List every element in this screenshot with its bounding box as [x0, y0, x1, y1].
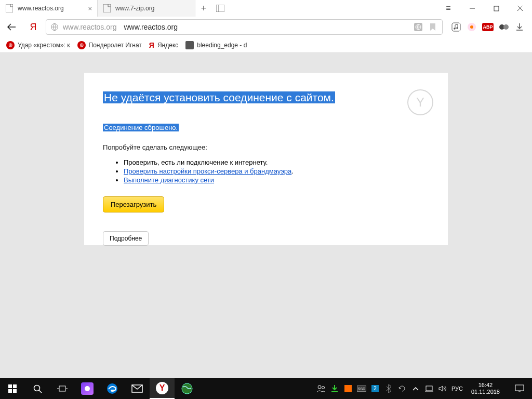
back-button[interactable] [2, 19, 21, 35]
svg-point-24 [34, 385, 39, 391]
bookmark-item[interactable]: bleeding_edge - d [185, 41, 247, 49]
svg-rect-23 [13, 389, 17, 393]
yandex-icon: Я [149, 41, 154, 49]
taskbar-app-yandex-browser[interactable]: Y [150, 378, 175, 399]
window-controls: ≡ [436, 0, 532, 17]
svg-rect-0 [6, 4, 13, 12]
search-button[interactable] [25, 378, 50, 399]
svg-rect-26 [59, 386, 65, 391]
hamburger-icon[interactable]: ≡ [436, 0, 460, 17]
start-button[interactable] [0, 378, 25, 399]
tab-title: www.7-zip.org [115, 5, 190, 12]
bookmarks-bar: ⊕ Удар «крестом»: к ⊕ Пондеролет Игнат Я… [0, 37, 532, 53]
bookmark-label: Яндекс [157, 42, 178, 49]
page-icon [5, 4, 14, 12]
extensions: ABP [446, 22, 530, 32]
error-suggestions: Проверить, есть ли подключение к интерне… [103, 158, 429, 184]
network-diag-link[interactable]: Выполните диагностику сети [124, 176, 214, 184]
svg-point-15 [456, 27, 458, 29]
action-center-button[interactable] [508, 378, 531, 399]
tray-volume-icon[interactable] [438, 384, 447, 393]
svg-rect-13 [452, 23, 460, 31]
translate-icon[interactable] [413, 22, 423, 32]
error-title: Не удаётся установить соединение с сайто… [103, 91, 335, 103]
tray-network-icon[interactable] [424, 384, 434, 393]
error-card: Y Не удаётся установить соединение с сай… [84, 73, 448, 245]
site-security-icon[interactable] [50, 23, 59, 31]
taskbar-app-alice[interactable] [75, 378, 100, 399]
bookmark-label: Удар «крестом»: к [18, 42, 70, 49]
error-try-label: Попробуйте сделать следующее: [103, 143, 429, 151]
bookmark-item[interactable]: ⊕ Удар «крестом»: к [6, 41, 70, 49]
svg-point-17 [470, 25, 473, 29]
svg-rect-1 [103, 4, 111, 12]
reload-button[interactable]: Перезагрузить [103, 196, 164, 212]
taskbar-app-globe[interactable] [175, 378, 200, 399]
svg-rect-38 [515, 385, 524, 391]
tray-sync-icon[interactable] [397, 384, 407, 393]
tray-language[interactable]: РУС [451, 384, 463, 393]
address-text: www.reactos.org [124, 23, 177, 31]
extension-icon[interactable] [499, 22, 509, 32]
svg-rect-21 [13, 384, 17, 388]
bookmark-icon[interactable] [428, 22, 438, 32]
page-viewport: Y Не удаётся установить соединение с сай… [0, 53, 532, 378]
task-view-button[interactable] [50, 378, 75, 399]
toolbar: Я www.reactos.org www.reactos.org ABP [0, 17, 532, 37]
new-tab-button[interactable]: + [195, 0, 212, 17]
page-icon [103, 4, 111, 12]
maximize-button[interactable] [484, 0, 508, 17]
music-icon[interactable] [451, 22, 461, 32]
tray-chevron-up-icon[interactable] [411, 384, 420, 393]
folder-icon [185, 41, 194, 49]
svg-rect-22 [8, 389, 12, 393]
tray-2-icon[interactable]: 2 [370, 384, 380, 393]
list-item: Выполните диагностику сети [124, 176, 429, 184]
close-icon[interactable]: × [88, 5, 92, 12]
taskbar-app-mail[interactable] [125, 378, 150, 399]
proxy-settings-link[interactable]: Проверить настройки прокси-сервера и бра… [124, 167, 291, 175]
svg-point-29 [85, 386, 90, 391]
bookmark-label: Пондеролет Игнат [89, 42, 142, 49]
tray-app-icon[interactable] [343, 384, 353, 393]
svg-line-25 [39, 390, 42, 393]
address-bar[interactable]: www.reactos.org www.reactos.org [46, 19, 443, 35]
svg-rect-20 [8, 384, 12, 388]
tray-bt-icon[interactable] [384, 384, 393, 393]
tray-clock[interactable]: 16:42 01.11.2018 [467, 382, 504, 395]
clock-date: 01.11.2018 [471, 389, 500, 395]
yandex-logo-icon[interactable]: Я [24, 19, 43, 35]
svg-point-35 [322, 387, 324, 389]
bookmark-label: bleeding_edge - d [197, 42, 247, 49]
svg-point-19 [503, 24, 509, 30]
address-text-grey: www.reactos.org [63, 23, 116, 31]
taskbar: Y SSD 2 РУС 16:42 01.11.2018 [0, 378, 532, 399]
people-icon[interactable] [316, 384, 326, 393]
list-item: Проверить, есть ли подключение к интерне… [124, 158, 429, 166]
favicon-icon: ⊕ [6, 41, 15, 49]
error-subtitle: Соединение сброшено. [103, 124, 179, 131]
svg-point-34 [318, 385, 321, 389]
list-item: Проверить настройки прокси-сервера и бра… [124, 167, 429, 175]
svg-rect-2 [216, 5, 224, 12]
radio-icon[interactable] [467, 22, 477, 32]
minimize-button[interactable] [460, 0, 484, 17]
downloads-icon[interactable] [514, 22, 525, 32]
adblock-icon[interactable]: ABP [482, 23, 494, 31]
tab-title: www.reactos.org [18, 5, 84, 12]
favicon-icon: ⊕ [77, 41, 86, 49]
tab-7zip[interactable]: www.7-zip.org [98, 0, 195, 17]
bookmark-item[interactable]: ⊕ Пондеролет Игнат [77, 41, 142, 49]
taskbar-app-edge[interactable] [100, 378, 125, 399]
clock-time: 16:42 [471, 382, 500, 389]
tray-download-icon[interactable] [330, 384, 339, 393]
svg-rect-36 [426, 386, 432, 391]
close-button[interactable] [508, 0, 532, 17]
tray-ssd-icon[interactable]: SSD [357, 384, 366, 393]
system-tray: SSD 2 РУС 16:42 01.11.2018 [316, 378, 532, 399]
yandex-browser-logo-icon: Y [407, 89, 433, 115]
tab-reactos[interactable]: www.reactos.org × [0, 0, 98, 17]
bookmark-item[interactable]: Я Яндекс [149, 41, 178, 49]
tab-panel-button[interactable] [212, 0, 229, 17]
details-button[interactable]: Подробнее [103, 231, 149, 246]
